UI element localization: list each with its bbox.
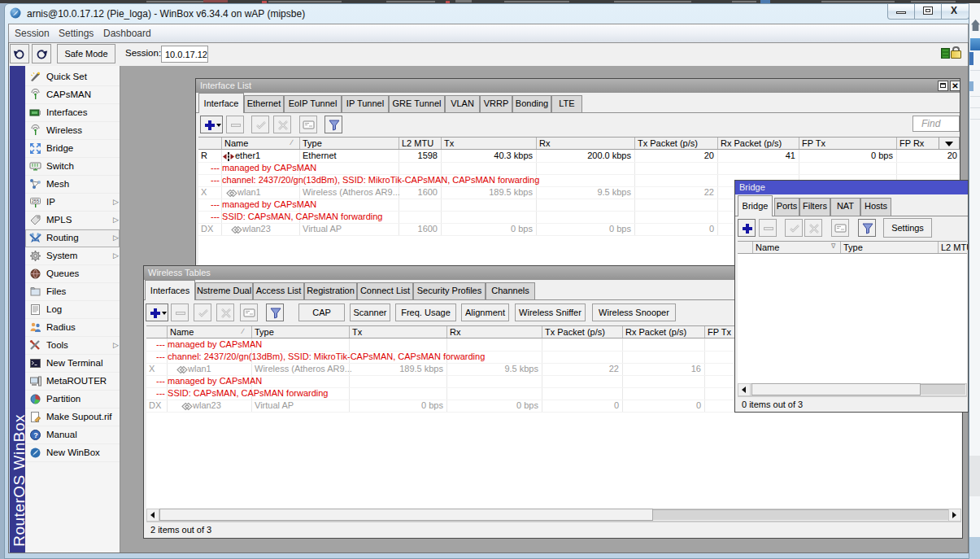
- svg-text:255: 255: [32, 199, 39, 203]
- svg-text:?: ?: [33, 431, 38, 439]
